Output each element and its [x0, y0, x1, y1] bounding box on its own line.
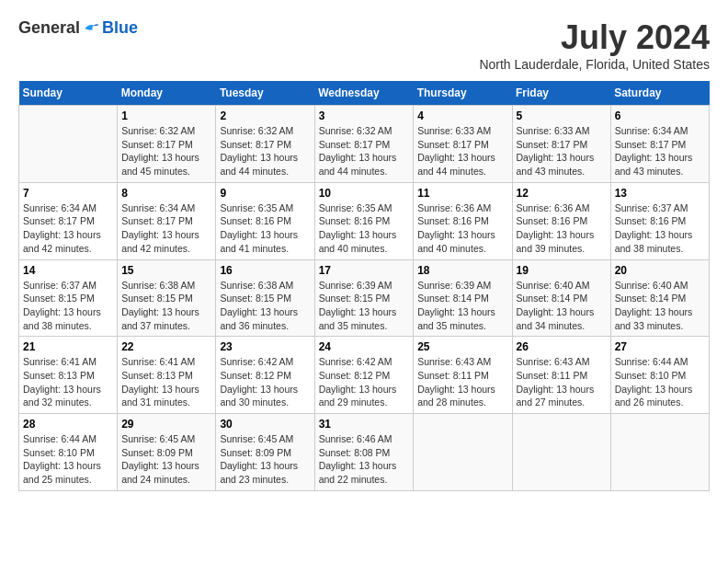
day-info: Sunrise: 6:33 AMSunset: 8:17 PMDaylight:… — [517, 124, 607, 178]
calendar-cell: 29Sunrise: 6:45 AMSunset: 8:09 PMDayligh… — [118, 414, 216, 491]
day-number: 8 — [121, 187, 211, 200]
calendar-cell: 17Sunrise: 6:39 AMSunset: 8:15 PMDayligh… — [314, 259, 414, 337]
calendar-cell: 30Sunrise: 6:45 AMSunset: 8:09 PMDayligh… — [216, 414, 314, 491]
logo-bird-icon — [82, 20, 100, 37]
day-number: 28 — [23, 418, 113, 431]
day-number: 3 — [319, 109, 410, 122]
day-number: 26 — [517, 340, 607, 353]
header: General Blue July 2024 North Lauderdale,… — [18, 18, 710, 72]
calendar-cell — [19, 106, 118, 183]
day-info: Sunrise: 6:40 AMSunset: 8:14 PMDaylight:… — [517, 279, 607, 333]
calendar-cell: 7Sunrise: 6:34 AMSunset: 8:17 PMDaylight… — [19, 182, 118, 259]
calendar-cell: 13Sunrise: 6:37 AMSunset: 8:16 PMDayligh… — [610, 182, 709, 259]
calendar-week-row: 21Sunrise: 6:41 AMSunset: 8:13 PMDayligh… — [19, 337, 710, 414]
day-number: 19 — [517, 264, 607, 277]
calendar-cell: 1Sunrise: 6:32 AMSunset: 8:17 PMDaylight… — [118, 106, 216, 183]
day-info: Sunrise: 6:43 AMSunset: 8:11 PMDaylight:… — [517, 355, 607, 409]
day-number: 30 — [220, 418, 310, 431]
day-number: 25 — [417, 340, 507, 353]
day-info: Sunrise: 6:36 AMSunset: 8:16 PMDaylight:… — [517, 201, 607, 256]
day-number: 20 — [615, 264, 705, 277]
day-info: Sunrise: 6:44 AMSunset: 8:10 PMDaylight:… — [23, 432, 113, 487]
day-number: 4 — [417, 109, 507, 122]
calendar-cell: 6Sunrise: 6:34 AMSunset: 8:17 PMDaylight… — [610, 106, 709, 183]
calendar-cell: 11Sunrise: 6:36 AMSunset: 8:16 PMDayligh… — [414, 182, 512, 259]
calendar-cell: 19Sunrise: 6:40 AMSunset: 8:14 PMDayligh… — [512, 259, 610, 337]
calendar-cell: 23Sunrise: 6:42 AMSunset: 8:12 PMDayligh… — [216, 337, 314, 414]
day-info: Sunrise: 6:35 AMSunset: 8:16 PMDaylight:… — [319, 201, 410, 256]
calendar-cell: 25Sunrise: 6:43 AMSunset: 8:11 PMDayligh… — [414, 337, 512, 414]
day-number: 2 — [220, 109, 310, 122]
weekday-header-row: SundayMondayTuesdayWednesdayThursdayFrid… — [19, 81, 710, 106]
calendar-cell: 4Sunrise: 6:33 AMSunset: 8:17 PMDaylight… — [414, 106, 512, 183]
day-number: 18 — [417, 264, 507, 277]
logo: General Blue — [18, 18, 138, 38]
calendar-cell: 28Sunrise: 6:44 AMSunset: 8:10 PMDayligh… — [19, 414, 118, 491]
calendar-week-row: 14Sunrise: 6:37 AMSunset: 8:15 PMDayligh… — [19, 259, 710, 337]
calendar-cell: 27Sunrise: 6:44 AMSunset: 8:10 PMDayligh… — [610, 337, 709, 414]
calendar-week-row: 1Sunrise: 6:32 AMSunset: 8:17 PMDaylight… — [19, 106, 710, 183]
day-info: Sunrise: 6:40 AMSunset: 8:14 PMDaylight:… — [615, 279, 705, 333]
calendar-cell: 2Sunrise: 6:32 AMSunset: 8:17 PMDaylight… — [216, 106, 314, 183]
day-info: Sunrise: 6:36 AMSunset: 8:16 PMDaylight:… — [417, 201, 507, 256]
day-info: Sunrise: 6:42 AMSunset: 8:12 PMDaylight:… — [220, 355, 310, 409]
day-number: 17 — [319, 264, 410, 277]
day-info: Sunrise: 6:37 AMSunset: 8:15 PMDaylight:… — [23, 279, 113, 333]
calendar-cell — [512, 414, 610, 491]
day-info: Sunrise: 6:37 AMSunset: 8:16 PMDaylight:… — [615, 201, 705, 256]
day-info: Sunrise: 6:33 AMSunset: 8:17 PMDaylight:… — [417, 124, 507, 178]
day-number: 21 — [23, 340, 113, 353]
day-info: Sunrise: 6:44 AMSunset: 8:10 PMDaylight:… — [615, 355, 705, 409]
day-number: 12 — [517, 187, 607, 200]
day-number: 6 — [615, 109, 705, 122]
day-number: 7 — [23, 187, 113, 200]
day-number: 24 — [319, 340, 410, 353]
weekday-header-sunday: Sunday — [19, 81, 118, 106]
calendar-cell: 8Sunrise: 6:34 AMSunset: 8:17 PMDaylight… — [118, 182, 216, 259]
calendar-cell: 21Sunrise: 6:41 AMSunset: 8:13 PMDayligh… — [19, 337, 118, 414]
day-info: Sunrise: 6:38 AMSunset: 8:15 PMDaylight:… — [121, 279, 211, 333]
calendar-cell: 10Sunrise: 6:35 AMSunset: 8:16 PMDayligh… — [314, 182, 414, 259]
calendar-week-row: 28Sunrise: 6:44 AMSunset: 8:10 PMDayligh… — [19, 414, 710, 491]
day-info: Sunrise: 6:34 AMSunset: 8:17 PMDaylight:… — [615, 124, 705, 178]
day-info: Sunrise: 6:45 AMSunset: 8:09 PMDaylight:… — [220, 432, 310, 487]
day-number: 15 — [121, 264, 211, 277]
day-info: Sunrise: 6:32 AMSunset: 8:17 PMDaylight:… — [220, 124, 310, 178]
title-area: July 2024 North Lauderdale, Florida, Uni… — [479, 18, 710, 72]
day-info: Sunrise: 6:38 AMSunset: 8:15 PMDaylight:… — [220, 279, 310, 333]
calendar-cell: 14Sunrise: 6:37 AMSunset: 8:15 PMDayligh… — [19, 259, 118, 337]
day-number: 23 — [220, 340, 310, 353]
day-info: Sunrise: 6:39 AMSunset: 8:14 PMDaylight:… — [417, 279, 507, 333]
day-info: Sunrise: 6:35 AMSunset: 8:16 PMDaylight:… — [220, 201, 310, 256]
day-info: Sunrise: 6:32 AMSunset: 8:17 PMDaylight:… — [121, 124, 211, 178]
logo-blue: Blue — [102, 18, 138, 38]
calendar-cell: 22Sunrise: 6:41 AMSunset: 8:13 PMDayligh… — [118, 337, 216, 414]
location: North Lauderdale, Florida, United States — [479, 57, 710, 72]
day-info: Sunrise: 6:41 AMSunset: 8:13 PMDaylight:… — [121, 355, 211, 409]
day-number: 11 — [417, 187, 507, 200]
weekday-header-wednesday: Wednesday — [314, 81, 414, 106]
calendar-cell — [610, 414, 709, 491]
weekday-header-monday: Monday — [118, 81, 216, 106]
weekday-header-thursday: Thursday — [414, 81, 512, 106]
day-info: Sunrise: 6:46 AMSunset: 8:08 PMDaylight:… — [319, 432, 410, 487]
calendar-cell: 16Sunrise: 6:38 AMSunset: 8:15 PMDayligh… — [216, 259, 314, 337]
day-number: 9 — [220, 187, 310, 200]
day-number: 1 — [121, 109, 211, 122]
calendar-cell: 15Sunrise: 6:38 AMSunset: 8:15 PMDayligh… — [118, 259, 216, 337]
day-number: 14 — [23, 264, 113, 277]
day-info: Sunrise: 6:45 AMSunset: 8:09 PMDaylight:… — [121, 432, 211, 487]
logo-general: General — [18, 18, 80, 38]
calendar-cell: 20Sunrise: 6:40 AMSunset: 8:14 PMDayligh… — [610, 259, 709, 337]
calendar-cell: 12Sunrise: 6:36 AMSunset: 8:16 PMDayligh… — [512, 182, 610, 259]
calendar-week-row: 7Sunrise: 6:34 AMSunset: 8:17 PMDaylight… — [19, 182, 710, 259]
calendar-cell: 5Sunrise: 6:33 AMSunset: 8:17 PMDaylight… — [512, 106, 610, 183]
day-number: 5 — [517, 109, 607, 122]
calendar-cell — [414, 414, 512, 491]
day-number: 29 — [121, 418, 211, 431]
calendar-cell: 18Sunrise: 6:39 AMSunset: 8:14 PMDayligh… — [414, 259, 512, 337]
day-info: Sunrise: 6:32 AMSunset: 8:17 PMDaylight:… — [319, 124, 410, 178]
day-info: Sunrise: 6:41 AMSunset: 8:13 PMDaylight:… — [23, 355, 113, 409]
weekday-header-saturday: Saturday — [610, 81, 709, 106]
calendar-table: SundayMondayTuesdayWednesdayThursdayFrid… — [18, 81, 710, 491]
